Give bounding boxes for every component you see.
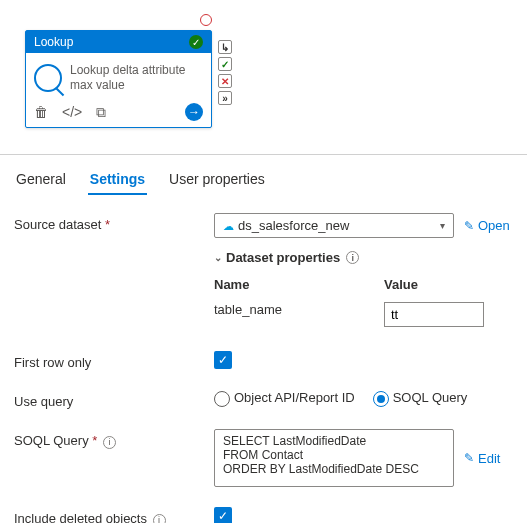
copy-icon[interactable]: ⧉ bbox=[96, 104, 106, 121]
dependency-skip-icon[interactable]: » bbox=[218, 91, 232, 105]
radio-object-api[interactable]: Object API/Report ID bbox=[214, 390, 355, 407]
include-deleted-checkbox[interactable]: ✓ bbox=[214, 507, 232, 523]
row-first-row-only: First row only ✓ bbox=[14, 351, 513, 370]
pencil-icon: ✎ bbox=[464, 219, 474, 233]
label-soql-query: SOQL Query * i bbox=[14, 429, 214, 449]
row-source-dataset: Source dataset * ☁ds_salesforce_new ▾ ✎ … bbox=[14, 213, 513, 238]
chevron-down-icon: ⌄ bbox=[214, 252, 222, 263]
param-name-cell: table_name bbox=[214, 296, 354, 323]
column-header-value: Value bbox=[384, 273, 504, 296]
activity-toolbar: 🗑 </> ⧉ → bbox=[26, 99, 211, 127]
radio-soql-query[interactable]: SOQL Query bbox=[373, 390, 468, 407]
activity-body: Lookup delta attribute max value bbox=[26, 53, 211, 99]
soql-query-textarea[interactable]: SELECT LastModifiedDate FROM Contact ORD… bbox=[214, 429, 454, 487]
activity-header[interactable]: Lookup ✓ bbox=[26, 31, 211, 53]
tab-user-properties[interactable]: User properties bbox=[167, 165, 267, 195]
row-include-deleted: Include deleted objects i ✓ bbox=[14, 507, 513, 523]
info-icon[interactable]: i bbox=[103, 436, 116, 449]
dataset-properties-section: ⌄ Dataset properties i Name table_name V… bbox=[214, 250, 513, 333]
label-first-row-only: First row only bbox=[14, 351, 214, 370]
dataset-properties-table: Name table_name Value bbox=[214, 273, 513, 333]
row-use-query: Use query Object API/Report ID SOQL Quer… bbox=[14, 390, 513, 409]
column-header-name: Name bbox=[214, 273, 354, 296]
success-status-icon: ✓ bbox=[189, 35, 203, 49]
info-icon[interactable]: i bbox=[153, 514, 166, 524]
lookup-icon bbox=[34, 64, 62, 92]
tab-general[interactable]: General bbox=[14, 165, 68, 195]
dependency-fail-icon[interactable]: ✕ bbox=[218, 74, 232, 88]
param-value-input[interactable] bbox=[384, 302, 484, 327]
chevron-down-icon: ▾ bbox=[440, 220, 445, 231]
label-source-dataset: Source dataset * bbox=[14, 213, 214, 232]
row-soql-query: SOQL Query * i SELECT LastModifiedDate F… bbox=[14, 429, 513, 487]
source-dataset-select[interactable]: ☁ds_salesforce_new ▾ bbox=[214, 213, 454, 238]
first-row-only-checkbox[interactable]: ✓ bbox=[214, 351, 232, 369]
activity-type-label: Lookup bbox=[34, 35, 73, 49]
settings-form: Source dataset * ☁ds_salesforce_new ▾ ✎ … bbox=[0, 195, 527, 523]
open-dataset-button[interactable]: ✎ Open bbox=[464, 218, 510, 233]
code-icon[interactable]: </> bbox=[62, 104, 82, 120]
label-use-query: Use query bbox=[14, 390, 214, 409]
dependency-success-icon[interactable]: ✓ bbox=[218, 57, 232, 71]
properties-tabs: General Settings User properties bbox=[0, 155, 527, 195]
dataset-properties-toggle[interactable]: ⌄ Dataset properties i bbox=[214, 250, 513, 265]
validation-error-marker bbox=[200, 14, 212, 26]
info-icon[interactable]: i bbox=[346, 251, 359, 264]
dependency-status-column: ↳ ✓ ✕ » bbox=[218, 40, 232, 105]
lookup-activity-card[interactable]: Lookup ✓ Lookup delta attribute max valu… bbox=[25, 30, 212, 128]
delete-icon[interactable]: 🗑 bbox=[34, 104, 48, 120]
source-dataset-value: ds_salesforce_new bbox=[238, 218, 349, 233]
pencil-icon: ✎ bbox=[464, 451, 474, 465]
dependency-arrow-icon[interactable]: ↳ bbox=[218, 40, 232, 54]
salesforce-icon: ☁ bbox=[223, 220, 234, 232]
add-output-icon[interactable]: → bbox=[185, 103, 203, 121]
pipeline-canvas: Lookup ✓ Lookup delta attribute max valu… bbox=[0, 0, 527, 150]
tab-settings[interactable]: Settings bbox=[88, 165, 147, 195]
edit-query-button[interactable]: ✎ Edit bbox=[464, 451, 500, 466]
label-include-deleted: Include deleted objects i bbox=[14, 507, 214, 523]
activity-title: Lookup delta attribute max value bbox=[70, 63, 203, 93]
